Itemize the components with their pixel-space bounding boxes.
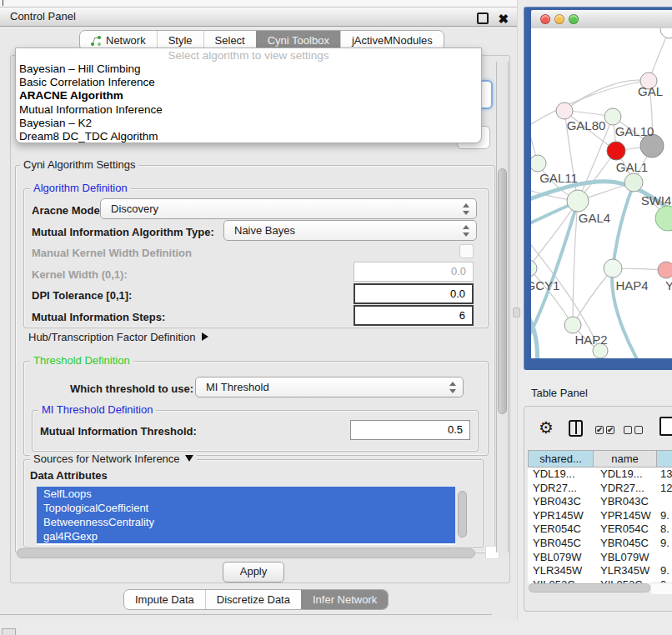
horizontal-scrollbar[interactable] <box>17 548 475 558</box>
sources-group-toggle[interactable]: Sources for Network Inference <box>30 453 197 465</box>
algorithm-option[interactable]: Mutual Information Inference <box>16 103 481 117</box>
table-cell: YER054C <box>528 522 592 537</box>
network-node-gcy1[interactable] <box>531 260 537 277</box>
column-header[interactable]: name <box>593 451 656 467</box>
threshold-definition-title: Threshold Definition <box>30 355 133 367</box>
table-cell: YBR045C <box>528 537 592 551</box>
algorithm-option[interactable]: ARACNE Algorithm <box>16 89 481 102</box>
which-threshold-select[interactable]: MI Threshold <box>195 377 464 398</box>
table-row[interactable]: YBL079WYBL079W <box>528 551 672 565</box>
expand-right-icon <box>202 332 208 341</box>
node-label: GAL10 <box>615 124 654 138</box>
aracne-mode-select[interactable]: Discovery <box>100 198 477 219</box>
table-cell: YPR145W <box>528 509 592 523</box>
tab-impute-data[interactable]: Impute Data <box>124 590 205 609</box>
close-traffic-light-icon[interactable] <box>540 14 550 24</box>
column-header[interactable]: shared... <box>529 451 593 467</box>
table-row[interactable]: YBR043CYBR043C <box>528 495 672 509</box>
node-label: GAL1 <box>616 160 648 174</box>
mi-type-select[interactable]: Naive Bayes <box>223 220 477 241</box>
cyni-algorithm-settings-title: Cyni Algorithm Settings <box>20 159 138 171</box>
mi-threshold-field[interactable]: 0.5 <box>350 420 470 440</box>
table-panel-title: Table Panel <box>531 387 588 399</box>
collapse-down-icon <box>185 455 193 462</box>
node-label: GCY1 <box>531 278 559 292</box>
tab-infer-network[interactable]: Infer Network <box>301 590 388 609</box>
gear-icon[interactable]: ⚙ <box>539 418 554 438</box>
network-node-swi4[interactable] <box>624 173 643 192</box>
table-row[interactable]: YBR045CYBR045C9. <box>528 537 672 551</box>
checked-checkbox-icon[interactable]: ✔ <box>606 426 614 434</box>
kernel-width-field[interactable]: 0.0 <box>354 262 474 282</box>
network-node-gal1[interactable] <box>607 142 625 160</box>
divider <box>0 614 492 615</box>
node-label: Y <box>665 278 672 292</box>
table-cell: YDR27... <box>592 482 655 496</box>
mi-type-value: Naive Bayes <box>234 224 295 237</box>
checked-checkbox-icon[interactable]: ✔ <box>595 426 604 434</box>
table-row[interactable]: YDL19...YDL19...13 <box>528 468 672 482</box>
network-node-hap2[interactable] <box>564 317 581 333</box>
minimize-traffic-light-icon[interactable] <box>554 14 564 24</box>
collapsed-panel-button[interactable] <box>2 628 16 635</box>
table-cell: 9. <box>655 537 672 551</box>
control-panel-window: Control Panel ✖ NetworkStyleSelectCyni T… <box>0 0 518 621</box>
close-icon[interactable]: ✖ <box>498 10 509 28</box>
stepper-arrows-icon <box>449 381 457 394</box>
page-icon[interactable] <box>659 417 672 436</box>
sources-group-title: Sources for Network Inference <box>33 452 180 465</box>
apply-button[interactable]: Apply <box>223 562 284 582</box>
data-attribute-item[interactable]: BetweennessCentrality <box>37 515 455 529</box>
dpi-tolerance-label: DPI Tolerance [0,1]: <box>32 289 132 302</box>
table-cell: YBL079W <box>592 551 655 565</box>
window-edge-mark <box>3 0 3 6</box>
columns-icon[interactable] <box>569 420 583 437</box>
table-row[interactable]: YLR345WYLR345W9. <box>528 564 672 578</box>
table-cell: YLR345W <box>528 564 592 578</box>
algorithm-option[interactable]: Bayesian – Hill Climbing <box>16 62 481 76</box>
table-cell: YER054C <box>592 522 655 537</box>
data-attributes-list[interactable]: SelfLoopsTopologicalCoefficientBetweenne… <box>37 487 455 545</box>
network-node-gal10[interactable] <box>604 108 621 125</box>
mi-threshold-label: Mutual Information Threshold: <box>40 425 197 438</box>
table-row[interactable]: YPR145WYPR145W9. <box>528 509 672 523</box>
table-cell: YPR145W <box>592 509 655 523</box>
data-attribute-item[interactable]: SelfLoops <box>37 487 455 501</box>
network-node-hap4[interactable] <box>604 259 622 278</box>
attributes-scrollbar-thumb[interactable] <box>458 491 467 538</box>
unchecked-checkbox-icon[interactable] <box>624 426 632 434</box>
network-node[interactable] <box>660 28 672 38</box>
node-label: SWI4 <box>641 193 672 208</box>
hub-definition-toggle[interactable]: Hub/Transcription Factor Definition <box>28 331 208 343</box>
zoom-traffic-light-icon[interactable] <box>569 14 579 24</box>
node-label: GAL <box>638 84 663 98</box>
settings-scrollbar-thumb[interactable] <box>498 168 507 414</box>
network-node-gal11[interactable] <box>531 155 546 172</box>
data-attribute-item[interactable]: gal4RGexp <box>37 529 455 543</box>
node-label: HAP4 <box>615 278 648 292</box>
mi-steps-field[interactable]: 6 <box>354 305 474 326</box>
algorithm-option[interactable]: Bayesian – K2 <box>16 117 481 130</box>
table-row[interactable]: YDR27...YDR27...12 <box>528 482 672 496</box>
algorithm-option[interactable]: Dream8 DC_TDC Algorithm <box>16 130 481 143</box>
column-header[interactable] <box>656 451 672 467</box>
network-node-y[interactable] <box>658 262 672 278</box>
split-pane-handle[interactable] <box>513 308 520 318</box>
unchecked-checkbox-icon[interactable] <box>634 426 643 434</box>
manual-kernel-label: Manual Kernel Width Definition <box>32 247 192 259</box>
algorithm-option-list: Bayesian – Hill ClimbingBasic Correlatio… <box>16 62 481 143</box>
table-cell: YBR045C <box>592 537 655 551</box>
algorithm-option[interactable]: Basic Correlation Inference <box>16 76 481 89</box>
manual-kernel-checkbox[interactable] <box>459 244 474 258</box>
data-attribute-item[interactable]: TopologicalCoefficient <box>37 501 455 515</box>
tab-discretize-data[interactable]: Discretize Data <box>205 590 301 609</box>
float-window-icon[interactable] <box>477 12 489 24</box>
table-row[interactable]: YER054CYER054C8. <box>528 522 672 537</box>
network-node[interactable] <box>655 206 672 231</box>
table-body: YDL19...YDL19...13YDR27...YDR27...12YBR0… <box>528 468 672 583</box>
network-canvas[interactable]: GALGAL80GAL10GAL1GAL11SWI4GAL4GCY1HAP4YH… <box>531 28 672 358</box>
network-node-gal80[interactable] <box>556 102 573 119</box>
network-node-gal4[interactable] <box>567 190 589 212</box>
dpi-tolerance-field[interactable]: 0.0 <box>354 283 474 304</box>
table-horizontal-scrollbar[interactable] <box>529 583 650 592</box>
